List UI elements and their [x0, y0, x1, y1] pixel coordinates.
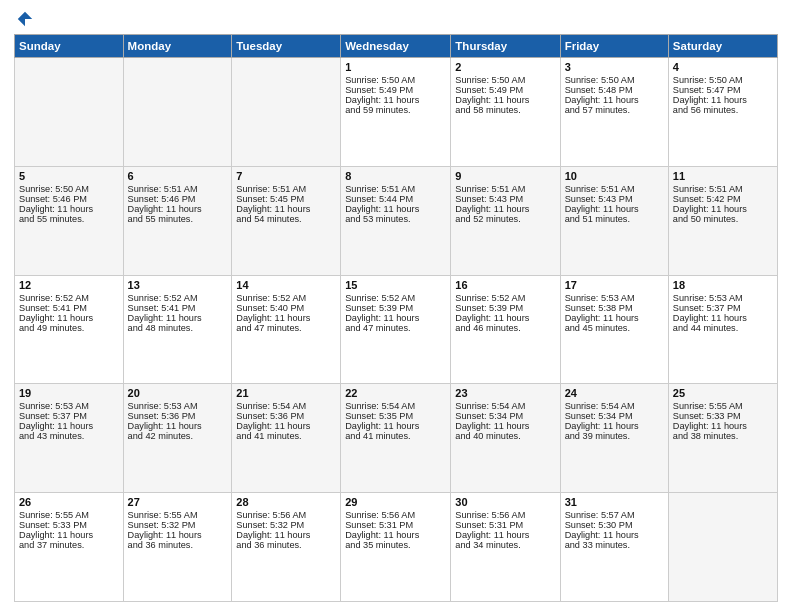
- day-info: Sunset: 5:43 PM: [565, 194, 664, 204]
- day-number: 11: [673, 170, 773, 182]
- calendar-cell: [15, 58, 124, 167]
- calendar-week-row: 26Sunrise: 5:55 AMSunset: 5:33 PMDayligh…: [15, 493, 778, 602]
- calendar-cell: 16Sunrise: 5:52 AMSunset: 5:39 PMDayligh…: [451, 275, 560, 384]
- calendar-cell: [232, 58, 341, 167]
- day-number: 5: [19, 170, 119, 182]
- calendar-cell: 11Sunrise: 5:51 AMSunset: 5:42 PMDayligh…: [668, 166, 777, 275]
- day-info: Daylight: 11 hours: [673, 421, 773, 431]
- day-info: Sunrise: 5:50 AM: [455, 75, 555, 85]
- calendar-week-row: 12Sunrise: 5:52 AMSunset: 5:41 PMDayligh…: [15, 275, 778, 384]
- day-info: Daylight: 11 hours: [455, 313, 555, 323]
- day-info: and 57 minutes.: [565, 105, 664, 115]
- day-info: Sunset: 5:33 PM: [673, 411, 773, 421]
- day-info: Sunset: 5:31 PM: [345, 520, 446, 530]
- calendar-cell: 26Sunrise: 5:55 AMSunset: 5:33 PMDayligh…: [15, 493, 124, 602]
- logo: [14, 10, 34, 28]
- weekday-header-sunday: Sunday: [15, 35, 124, 58]
- day-info: Sunset: 5:30 PM: [565, 520, 664, 530]
- day-info: Daylight: 11 hours: [19, 530, 119, 540]
- day-info: Daylight: 11 hours: [565, 95, 664, 105]
- calendar-cell: 1Sunrise: 5:50 AMSunset: 5:49 PMDaylight…: [341, 58, 451, 167]
- calendar-cell: [668, 493, 777, 602]
- day-info: and 58 minutes.: [455, 105, 555, 115]
- calendar-cell: 23Sunrise: 5:54 AMSunset: 5:34 PMDayligh…: [451, 384, 560, 493]
- calendar-cell: 9Sunrise: 5:51 AMSunset: 5:43 PMDaylight…: [451, 166, 560, 275]
- calendar-cell: [123, 58, 232, 167]
- calendar-cell: 8Sunrise: 5:51 AMSunset: 5:44 PMDaylight…: [341, 166, 451, 275]
- day-info: and 52 minutes.: [455, 214, 555, 224]
- day-info: Sunrise: 5:51 AM: [345, 184, 446, 194]
- day-info: Sunrise: 5:56 AM: [345, 510, 446, 520]
- day-info: Daylight: 11 hours: [673, 95, 773, 105]
- day-info: and 46 minutes.: [455, 323, 555, 333]
- day-info: Sunset: 5:40 PM: [236, 303, 336, 313]
- day-info: Sunset: 5:33 PM: [19, 520, 119, 530]
- day-info: Sunset: 5:43 PM: [455, 194, 555, 204]
- day-number: 13: [128, 279, 228, 291]
- day-info: Daylight: 11 hours: [565, 421, 664, 431]
- calendar-table: SundayMondayTuesdayWednesdayThursdayFrid…: [14, 34, 778, 602]
- day-info: Sunrise: 5:54 AM: [455, 401, 555, 411]
- day-info: Sunrise: 5:52 AM: [128, 293, 228, 303]
- day-info: and 54 minutes.: [236, 214, 336, 224]
- calendar-cell: 17Sunrise: 5:53 AMSunset: 5:38 PMDayligh…: [560, 275, 668, 384]
- day-info: Sunrise: 5:50 AM: [19, 184, 119, 194]
- day-info: Sunrise: 5:52 AM: [236, 293, 336, 303]
- day-info: Daylight: 11 hours: [345, 421, 446, 431]
- day-info: and 53 minutes.: [345, 214, 446, 224]
- day-info: and 40 minutes.: [455, 431, 555, 441]
- day-info: Sunrise: 5:54 AM: [565, 401, 664, 411]
- day-info: Daylight: 11 hours: [128, 530, 228, 540]
- calendar-cell: 24Sunrise: 5:54 AMSunset: 5:34 PMDayligh…: [560, 384, 668, 493]
- day-info: Sunset: 5:37 PM: [673, 303, 773, 313]
- logo-text: [14, 10, 34, 28]
- weekday-header-thursday: Thursday: [451, 35, 560, 58]
- day-info: Daylight: 11 hours: [19, 421, 119, 431]
- day-number: 10: [565, 170, 664, 182]
- day-info: and 47 minutes.: [236, 323, 336, 333]
- day-info: Daylight: 11 hours: [128, 313, 228, 323]
- weekday-header-friday: Friday: [560, 35, 668, 58]
- day-info: and 48 minutes.: [128, 323, 228, 333]
- day-number: 14: [236, 279, 336, 291]
- day-number: 23: [455, 387, 555, 399]
- day-number: 19: [19, 387, 119, 399]
- day-info: Sunrise: 5:55 AM: [128, 510, 228, 520]
- day-number: 26: [19, 496, 119, 508]
- day-info: Sunrise: 5:53 AM: [128, 401, 228, 411]
- calendar-cell: 30Sunrise: 5:56 AMSunset: 5:31 PMDayligh…: [451, 493, 560, 602]
- day-info: Daylight: 11 hours: [345, 530, 446, 540]
- day-number: 15: [345, 279, 446, 291]
- day-info: Daylight: 11 hours: [565, 313, 664, 323]
- day-info: Daylight: 11 hours: [455, 530, 555, 540]
- day-info: Sunset: 5:36 PM: [128, 411, 228, 421]
- day-info: and 34 minutes.: [455, 540, 555, 550]
- day-info: and 43 minutes.: [19, 431, 119, 441]
- day-info: and 44 minutes.: [673, 323, 773, 333]
- day-info: Sunset: 5:37 PM: [19, 411, 119, 421]
- day-info: and 38 minutes.: [673, 431, 773, 441]
- calendar-cell: 20Sunrise: 5:53 AMSunset: 5:36 PMDayligh…: [123, 384, 232, 493]
- day-number: 27: [128, 496, 228, 508]
- day-info: Daylight: 11 hours: [128, 204, 228, 214]
- day-info: Sunrise: 5:57 AM: [565, 510, 664, 520]
- day-info: Sunrise: 5:55 AM: [673, 401, 773, 411]
- weekday-header-row: SundayMondayTuesdayWednesdayThursdayFrid…: [15, 35, 778, 58]
- day-info: Sunset: 5:41 PM: [19, 303, 119, 313]
- day-info: Sunrise: 5:51 AM: [236, 184, 336, 194]
- day-info: Sunrise: 5:55 AM: [19, 510, 119, 520]
- day-info: Sunrise: 5:50 AM: [565, 75, 664, 85]
- day-info: Sunset: 5:39 PM: [345, 303, 446, 313]
- day-info: Sunset: 5:34 PM: [565, 411, 664, 421]
- calendar-week-row: 1Sunrise: 5:50 AMSunset: 5:49 PMDaylight…: [15, 58, 778, 167]
- calendar-cell: 31Sunrise: 5:57 AMSunset: 5:30 PMDayligh…: [560, 493, 668, 602]
- day-info: Sunset: 5:46 PM: [19, 194, 119, 204]
- day-info: Daylight: 11 hours: [128, 421, 228, 431]
- calendar-cell: 28Sunrise: 5:56 AMSunset: 5:32 PMDayligh…: [232, 493, 341, 602]
- day-info: Sunrise: 5:51 AM: [673, 184, 773, 194]
- calendar-cell: 25Sunrise: 5:55 AMSunset: 5:33 PMDayligh…: [668, 384, 777, 493]
- day-info: Sunrise: 5:50 AM: [673, 75, 773, 85]
- day-info: Daylight: 11 hours: [673, 313, 773, 323]
- day-number: 24: [565, 387, 664, 399]
- day-info: Daylight: 11 hours: [345, 204, 446, 214]
